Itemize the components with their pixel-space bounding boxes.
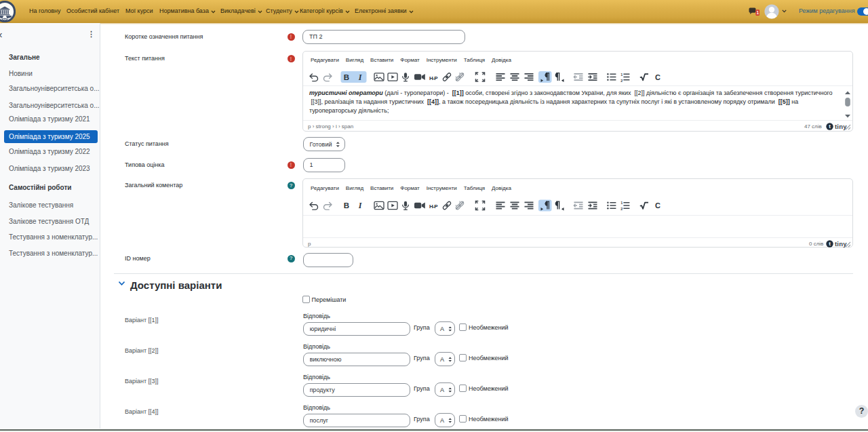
svg-text:H-P: H-P [429,203,438,210]
svg-text:1: 1 [756,10,759,15]
svg-text:H-P: H-P [429,75,438,81]
svg-text:t: t [829,123,831,130]
svg-text:1: 1 [620,201,623,205]
svg-text:B: B [344,201,349,210]
svg-text:I: I [358,201,363,210]
svg-text:t: t [829,241,831,247]
svg-text:2: 2 [620,207,623,211]
svg-text:C: C [655,73,660,81]
svg-text:1: 1 [620,73,623,77]
svg-text:B: B [344,73,349,81]
svg-text:2: 2 [620,79,623,83]
svg-text:C: C [655,201,660,210]
